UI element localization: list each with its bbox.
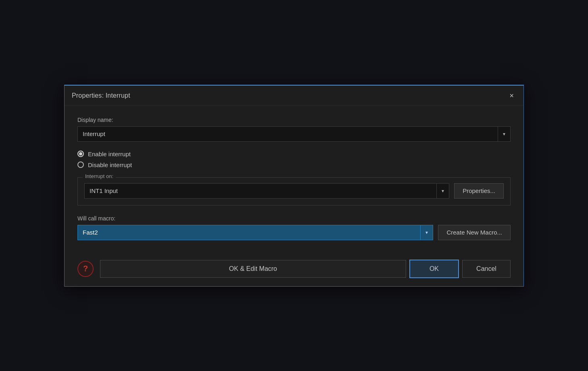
properties-button[interactable]: Properties... [454,183,504,199]
interrupt-select-wrap: INT1 Input ▾ [84,183,449,199]
ok-button[interactable]: OK [409,260,459,278]
disable-interrupt-radio[interactable]: Disable interrupt [77,161,511,168]
will-call-macro-label: Will call macro: [77,215,511,222]
macro-select-wrap: Fast2 ▾ [77,225,433,240]
interrupt-on-value: INT1 Input [84,183,436,199]
help-icon[interactable]: ? [77,261,94,277]
will-call-macro-section: Will call macro: Fast2 ▾ Create New Macr… [77,215,511,240]
backdrop: Properties: Interrupt × Display name: In… [0,0,588,371]
dialog-title: Properties: Interrupt [72,92,130,99]
enable-radio-circle [77,151,84,157]
interrupt-on-dropdown-arrow[interactable]: ▾ [436,183,449,199]
interrupt-radio-group: Enable interrupt Disable interrupt [77,151,511,168]
enable-interrupt-radio[interactable]: Enable interrupt [77,151,511,157]
display-name-value: Interrupt [77,126,498,142]
interrupt-on-groupbox: Interrupt on: INT1 Input ▾ Properties... [77,177,511,205]
dialog: Properties: Interrupt × Display name: In… [64,85,524,287]
close-button[interactable]: × [507,91,516,100]
macro-value: Fast2 [77,225,420,240]
display-name-dropdown-arrow[interactable]: ▾ [498,126,511,142]
enable-interrupt-label: Enable interrupt [88,151,131,157]
macro-row: Fast2 ▾ Create New Macro... [77,225,511,240]
ok-edit-macro-button[interactable]: OK & Edit Macro [100,260,406,278]
dialog-footer: ? OK & Edit Macro OK Cancel [65,253,523,286]
dialog-body: Display name: Interrupt ▾ Enable interru… [65,105,523,253]
interrupt-on-row: INT1 Input ▾ Properties... [84,183,504,199]
macro-dropdown-arrow[interactable]: ▾ [420,225,433,240]
display-name-row: Interrupt ▾ [77,126,511,142]
disable-interrupt-label: Disable interrupt [88,161,132,168]
disable-radio-circle [77,161,84,168]
display-name-label: Display name: [77,117,511,123]
dialog-titlebar: Properties: Interrupt × [65,86,523,105]
interrupt-on-legend: Interrupt on: [83,173,116,179]
create-new-macro-button[interactable]: Create New Macro... [438,225,511,240]
cancel-button[interactable]: Cancel [462,260,511,278]
